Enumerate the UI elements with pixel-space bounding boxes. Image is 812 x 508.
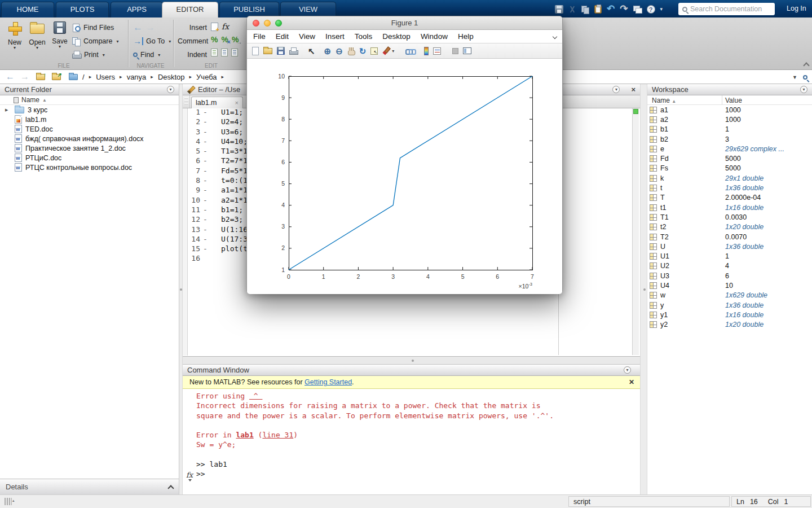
rotate-3d-icon[interactable]: ↻ <box>359 47 367 55</box>
workspace-variable-row[interactable]: y21x20 double <box>647 320 812 330</box>
file-item[interactable]: TED.doc <box>0 124 179 134</box>
workspace-variable-row[interactable]: T2.0000e-04 <box>647 193 812 203</box>
workspace-variable-row[interactable]: Fd5000 <box>647 154 812 163</box>
print-button[interactable]: Print ▾ <box>72 50 105 60</box>
open-folder-icon[interactable] <box>263 48 272 54</box>
breadcrumb-segment[interactable]: Desktop <box>158 73 185 81</box>
file-item[interactable]: lab1.m <box>0 115 179 124</box>
save-button[interactable]: Save ▾ <box>47 21 72 49</box>
file-item[interactable]: Практическое занятие 1_2.doc <box>0 143 179 153</box>
editor-close-button[interactable]: × <box>631 86 636 93</box>
tab-plots[interactable]: PLOTS <box>56 2 109 17</box>
new-button[interactable]: New ▾ <box>2 21 27 50</box>
help-icon[interactable]: ? <box>647 5 655 14</box>
log-in-link[interactable]: Log In <box>787 5 806 12</box>
zoom-in-icon[interactable]: ⊕ <box>324 47 332 55</box>
dropdown-icon[interactable]: ▾ <box>660 6 663 12</box>
new-document-icon[interactable] <box>252 47 259 55</box>
tab-publish[interactable]: PUBLISH <box>219 2 279 17</box>
nav-forward-icon[interactable]: → <box>20 71 29 82</box>
brush-icon[interactable] <box>382 47 390 55</box>
workspace-column-header[interactable]: Name ▲ Value <box>647 95 812 105</box>
command-window-menu-button[interactable]: ▾ <box>624 366 631 374</box>
brush-dropdown-icon[interactable]: ▾ <box>392 49 394 54</box>
save-icon[interactable] <box>555 5 563 14</box>
zoom-out-icon[interactable]: ⊖ <box>336 47 343 55</box>
indent-tools[interactable] <box>211 49 238 56</box>
workspace-variable-row[interactable]: U24 <box>647 261 812 271</box>
paste-icon[interactable] <box>594 5 602 14</box>
tab-close-icon[interactable]: × <box>235 99 239 106</box>
workspace-variable-row[interactable]: b23 <box>647 134 812 144</box>
figure-menu-help[interactable]: Help <box>458 32 474 41</box>
workspace-variable-row[interactable]: w1x629 double <box>647 291 812 300</box>
fx-indicator[interactable]: fx <box>186 471 193 479</box>
getting-started-link[interactable]: Getting Started <box>304 378 352 386</box>
nav-back-icon[interactable]: ← <box>6 71 15 82</box>
goto-button[interactable]: → Go To ▾ <box>133 36 171 46</box>
insert-colorbar-icon[interactable] <box>424 47 429 55</box>
workspace-variable-row[interactable]: Fs5000 <box>647 164 812 173</box>
figure-menu-edit[interactable]: Edit <box>276 32 289 41</box>
error-link[interactable]: line 31 <box>262 431 293 439</box>
workspace-variable-row[interactable]: t21x20 double <box>647 222 812 232</box>
browse-folder-icon[interactable]: ↗ <box>52 74 61 80</box>
undo-icon[interactable] <box>607 5 615 14</box>
comment-tools[interactable]: % % % <box>211 35 239 44</box>
redo-icon[interactable] <box>620 5 628 14</box>
file-item[interactable]: ▶3 курс <box>0 105 179 115</box>
workspace-variable-row[interactable]: y1x36 double <box>647 300 812 310</box>
breadcrumb-segment[interactable]: Users <box>96 73 115 81</box>
cut-icon[interactable] <box>568 5 576 14</box>
command-output[interactable]: Error using ^ Incorrect dimensions for r… <box>196 392 638 480</box>
workspace-variable-row[interactable]: T20.0070 <box>647 232 812 242</box>
hide-plot-tools-icon[interactable] <box>452 48 458 54</box>
insert-legend-icon[interactable] <box>433 47 441 55</box>
pan-hand-icon[interactable] <box>347 47 355 55</box>
cursor-icon[interactable]: ↖ <box>308 47 315 55</box>
figure-menu-desktop[interactable]: Desktop <box>382 32 411 41</box>
banner-close-icon[interactable]: ✕ <box>629 378 634 386</box>
compare-button[interactable]: Compare ▾ <box>72 36 118 46</box>
tab-view[interactable]: VIEW <box>280 2 336 17</box>
workspace-variable-row[interactable]: U11 <box>647 251 812 261</box>
up-folder-icon[interactable]: ↑ <box>36 74 45 80</box>
forward-button[interactable]: → <box>145 23 155 33</box>
workspace-variable-row[interactable]: U410 <box>647 281 812 290</box>
figure-menu-view[interactable]: View <box>299 32 315 41</box>
breadcrumb-segment[interactable]: vanya <box>127 73 147 81</box>
close-window-button[interactable] <box>253 20 259 27</box>
workspace-variable-row[interactable]: y11x16 double <box>647 310 812 319</box>
copy-icon[interactable] <box>581 5 589 14</box>
workspace-variable-row[interactable]: b11 <box>647 125 812 134</box>
insert-tools[interactable]: fx <box>211 22 229 31</box>
right-splitter[interactable] <box>640 84 647 494</box>
workspace-variable-row[interactable]: a21000 <box>647 115 812 124</box>
menu-overflow-icon[interactable] <box>553 34 557 39</box>
workspace-variable-row[interactable]: t1x36 double <box>647 183 812 192</box>
editor-command-splitter[interactable] <box>183 357 640 364</box>
workspace-variable-row[interactable]: t11x16 double <box>647 203 812 212</box>
address-search-icon[interactable] <box>803 75 807 80</box>
figure-menu-file[interactable]: File <box>253 32 266 41</box>
expand-arrow-icon[interactable]: ▶ <box>4 108 15 112</box>
search-documentation-input[interactable]: Search Documentation <box>678 3 775 15</box>
workspace-variable-row[interactable]: k29x1 double <box>647 173 812 183</box>
address-dropdown-caret[interactable]: ▼ <box>792 75 797 80</box>
collapse-ribbon-button[interactable] <box>803 62 809 67</box>
figure-menu-insert[interactable]: Insert <box>325 32 345 41</box>
open-button[interactable]: Open ▾ <box>25 21 50 50</box>
error-link[interactable]: lab1 <box>236 431 253 439</box>
back-button[interactable]: ← <box>133 23 143 33</box>
details-bar[interactable]: Details <box>0 479 179 494</box>
tab-home[interactable]: HOME <box>1 2 54 17</box>
file-item[interactable]: РТЦиС.doc <box>0 153 179 163</box>
windows-icon[interactable] <box>633 6 642 13</box>
minimize-window-button[interactable] <box>264 20 271 27</box>
show-plot-tools-icon[interactable] <box>463 47 471 54</box>
workspace-variable-row[interactable]: U36 <box>647 271 812 281</box>
link-plot-icon[interactable] <box>405 47 414 54</box>
current-folder-menu-button[interactable]: ▾ <box>167 86 174 93</box>
tab-apps[interactable]: APPS <box>111 2 163 17</box>
workspace-variable-row[interactable]: U1x36 double <box>647 242 812 251</box>
